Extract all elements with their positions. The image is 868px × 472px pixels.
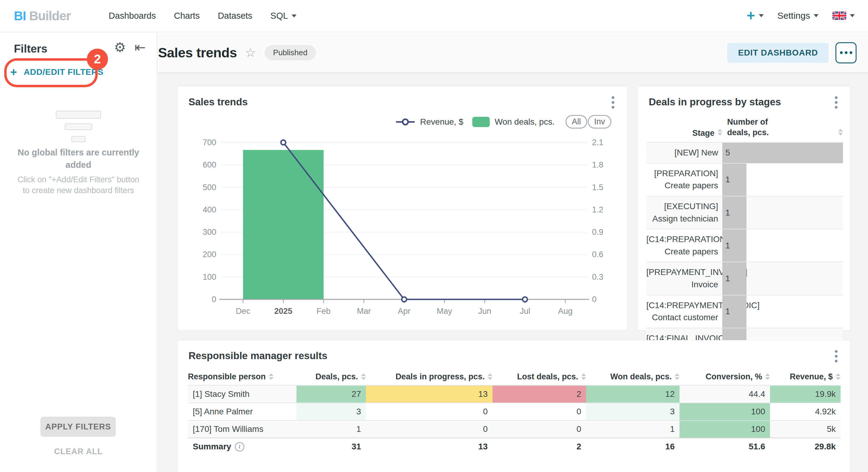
- sort-icon: [838, 129, 843, 136]
- sort-icon: [361, 373, 366, 380]
- cell-value: 5k: [827, 424, 836, 434]
- card-menu-icon[interactable]: [834, 95, 839, 110]
- filters-sidebar: Filters ⚙ ⇤ + ADD/EDIT FILTERS 2 No glob…: [0, 33, 157, 472]
- column-header[interactable]: Won deals, pcs.: [586, 372, 680, 381]
- settings-label: Settings: [777, 10, 810, 21]
- create-new-button[interactable]: +: [747, 10, 764, 22]
- table-cell: 2: [493, 438, 586, 455]
- table-cell: 0: [493, 421, 586, 438]
- main-content: Sales trends ☆ Published EDIT DASHBOARD …: [158, 33, 868, 472]
- svg-text:1.2: 1.2: [592, 205, 603, 214]
- cell-value: 100: [751, 424, 765, 434]
- table-cell: 19.9k: [770, 386, 841, 403]
- legend-label: Revenue, $: [420, 117, 463, 127]
- table-row: [C14:PREPARATION] Create papers1: [646, 229, 843, 262]
- svg-text:500: 500: [203, 183, 216, 192]
- nav-item-datasets[interactable]: Datasets: [218, 11, 252, 21]
- plus-icon: +: [10, 66, 17, 78]
- column-header[interactable]: Responsible person: [188, 372, 297, 381]
- column-header[interactable]: Revenue, $: [770, 372, 841, 381]
- nav-item-sql[interactable]: SQL: [271, 11, 297, 21]
- cell-value: 0: [576, 407, 581, 416]
- sort-icon: [581, 373, 586, 380]
- card-menu-icon[interactable]: [611, 95, 616, 110]
- dot-icon: [612, 106, 614, 109]
- value-bar-cell: 1: [722, 295, 843, 328]
- collapse-sidebar-icon[interactable]: ⇤: [134, 41, 146, 54]
- svg-text:0.6: 0.6: [592, 250, 603, 259]
- stage-cell: [C14:PREPARATION] Create papers: [646, 229, 722, 262]
- logo-bi: BI: [14, 9, 26, 23]
- dot-icon: [612, 96, 614, 99]
- column-label: Number of deals, pcs.: [727, 117, 781, 138]
- logo-builder: Builder: [29, 9, 71, 23]
- nav-sql-label: SQL: [271, 11, 288, 21]
- cell-value: 51.6: [749, 442, 766, 451]
- favorite-star-icon[interactable]: ☆: [245, 47, 256, 59]
- add-edit-filters-label: ADD/EDIT FILTERS: [24, 67, 103, 77]
- legend-item-revenue[interactable]: Revenue, $: [395, 117, 463, 127]
- info-icon[interactable]: i: [235, 442, 244, 451]
- svg-text:Aug: Aug: [558, 306, 572, 316]
- column-header-stage[interactable]: Stage: [646, 128, 722, 138]
- column-label: Lost deals, pcs.: [517, 372, 578, 381]
- card-title: Sales trends: [188, 96, 248, 108]
- dashboard-header: Sales trends ☆ Published EDIT DASHBOARD: [158, 33, 868, 73]
- more-options-button[interactable]: [835, 42, 857, 63]
- data-bar: 1: [722, 197, 746, 229]
- skeleton-placeholder: [71, 136, 85, 142]
- table-row: Summaryi311321651.629.8k: [188, 438, 841, 455]
- cell-value: 3: [356, 407, 361, 416]
- language-selector[interactable]: [832, 11, 855, 20]
- table-cell: [1] Stacy Smith: [188, 386, 297, 403]
- stage-cell: [EXECUTING] Assign technician: [646, 197, 722, 229]
- app-logo[interactable]: BI Builder: [14, 9, 70, 23]
- column-header-number-of-deals[interactable]: Number of deals, pcs.: [722, 117, 843, 138]
- add-edit-filters-button[interactable]: + ADD/EDIT FILTERS: [10, 65, 103, 79]
- dot-icon: [835, 106, 838, 109]
- stage-cell: [PREPARATION] Create papers: [646, 164, 722, 196]
- column-header[interactable]: Deals, pcs.: [297, 372, 366, 381]
- settings-menu[interactable]: Settings: [777, 10, 818, 21]
- card-title: Deals in progress by stages: [649, 96, 781, 108]
- column-header[interactable]: Deals in progress, pcs.: [366, 372, 493, 381]
- value-bar-cell: 1: [722, 164, 843, 196]
- dot-icon: [840, 51, 843, 54]
- column-label: Deals, pcs.: [315, 372, 358, 381]
- gear-icon[interactable]: ⚙: [114, 41, 126, 54]
- cell-value: 16: [665, 442, 675, 451]
- clear-all-button[interactable]: CLEAR ALL: [0, 447, 157, 456]
- deals-by-stages-card: Deals in progress by stages Stage Number…: [638, 86, 850, 330]
- nav-right: + Settings: [747, 10, 855, 22]
- nav-item-dashboards[interactable]: Dashboards: [108, 11, 156, 21]
- cell-value: Summary: [193, 442, 231, 451]
- sort-icon: [675, 373, 680, 380]
- legend-item-won-deals[interactable]: Won deals, pcs.: [472, 117, 555, 127]
- edit-dashboard-button[interactable]: EDIT DASHBOARD: [727, 43, 829, 63]
- cell-value: [1] Stacy Smith: [193, 389, 249, 399]
- svg-text:1.5: 1.5: [592, 183, 603, 192]
- svg-text:0: 0: [212, 295, 216, 304]
- column-header[interactable]: Conversion, %: [680, 372, 770, 381]
- table-cell: 0: [366, 421, 493, 438]
- line-marker-icon: [395, 118, 415, 126]
- card-menu-icon[interactable]: [834, 349, 839, 364]
- svg-text:300: 300: [203, 228, 216, 237]
- table-row: [EXECUTING] Assign technician1: [646, 196, 843, 229]
- nav-item-charts[interactable]: Charts: [174, 11, 200, 21]
- cell-value: 1: [356, 424, 361, 434]
- data-bar: 1: [722, 262, 746, 295]
- column-header[interactable]: Lost deals, pcs.: [493, 372, 586, 381]
- apply-filters-button[interactable]: APPLY FILTERS: [40, 417, 116, 437]
- svg-text:Dec: Dec: [236, 306, 250, 316]
- table-row: [NEW] New5: [646, 142, 843, 163]
- svg-text:Apr: Apr: [398, 306, 410, 316]
- sort-icon: [836, 373, 841, 380]
- cell-value: 100: [751, 407, 765, 416]
- status-badge: Published: [265, 45, 316, 60]
- data-bar: 1: [722, 295, 746, 328]
- table-body: [1] Stacy Smith271321244.419.9k[5] Anne …: [188, 385, 841, 455]
- svg-text:2025: 2025: [274, 306, 292, 316]
- stage-cell: [C14:PREPAYMENT_INVOIC] Contact customer: [646, 295, 722, 328]
- column-label: Revenue, $: [789, 372, 833, 381]
